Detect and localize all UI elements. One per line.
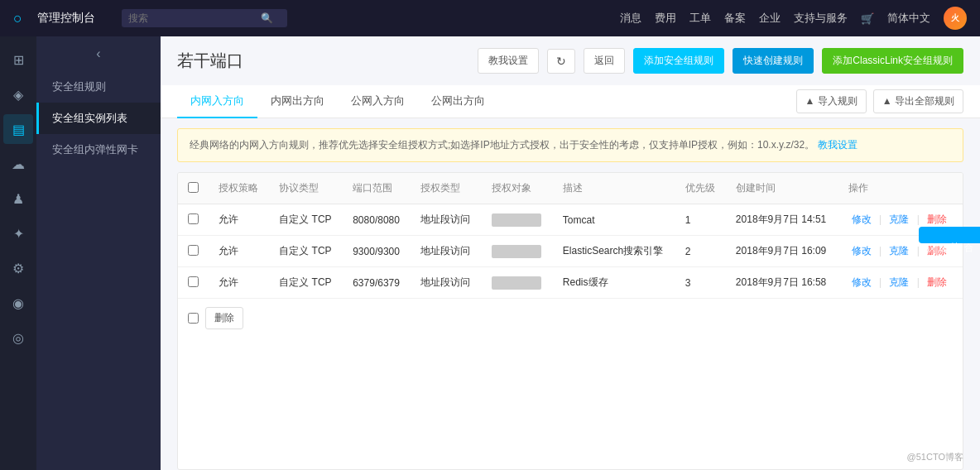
nav-enterprise[interactable]: 企业 bbox=[759, 11, 781, 26]
row-auth-obj-2 bbox=[482, 267, 553, 299]
refresh-button[interactable]: ↻ bbox=[547, 49, 575, 74]
main-layout: ⊞ ◈ ▤ ☁ ♟ ✦ ⚙ ◉ ◎ ‹ 安全组规则 安全组实例列表 安全组内弹性… bbox=[0, 36, 980, 470]
modify-link-2[interactable]: 修改 bbox=[852, 276, 872, 288]
row-protocol-1: 自定义 TCP bbox=[269, 236, 343, 267]
table-row: 允许 自定义 TCP 6379/6379 地址段访问 Redis缓存 3 201… bbox=[178, 267, 963, 299]
footer-select-checkbox[interactable] bbox=[188, 313, 199, 324]
sidebar-icon-tools[interactable]: ✦ bbox=[3, 218, 33, 248]
delete-link-1[interactable]: 删除 bbox=[927, 245, 947, 257]
back-button[interactable]: 返回 bbox=[584, 48, 625, 74]
tab-public-outbound[interactable]: 公网出方向 bbox=[418, 85, 498, 118]
quick-create-button[interactable]: 快速创建规则 bbox=[733, 48, 814, 74]
row-checkbox-cell-2 bbox=[178, 267, 209, 299]
search-icon: 🔍 bbox=[261, 12, 273, 24]
sidebar-icon-network[interactable]: ☁ bbox=[3, 149, 33, 179]
header-checkbox-cell bbox=[178, 173, 209, 204]
row-protocol-0: 自定义 TCP bbox=[269, 204, 343, 236]
row-checkbox-1[interactable] bbox=[188, 245, 199, 256]
tab-inbound[interactable]: 内网入方向 bbox=[177, 85, 257, 118]
sidebar-item-elastic-nic[interactable]: 安全组内弹性网卡 bbox=[36, 134, 161, 165]
nav-cost[interactable]: 费用 bbox=[655, 11, 676, 26]
content-area: 若干端口 教我设置 ↻ 返回 添加安全组规则 快速创建规则 添加ClassicL… bbox=[161, 36, 980, 470]
add-rule-button[interactable]: 添加安全组规则 bbox=[633, 48, 724, 74]
row-protocol-2: 自定义 TCP bbox=[269, 267, 343, 299]
attribution: @51CTO博客 bbox=[907, 451, 963, 463]
modify-link-1[interactable]: 修改 bbox=[852, 245, 872, 257]
row-desc-0: Tomcat bbox=[553, 204, 675, 236]
row-create-time-0: 2018年9月7日 14:51 bbox=[726, 204, 838, 236]
sidebar-icon-cloud[interactable]: ◈ bbox=[3, 79, 33, 109]
col-auth-obj: 授权对象 bbox=[482, 173, 553, 204]
tabs-row: 内网入方向 内网出方向 公网入方向 公网出方向 ▲ 导入规则 ▲ 导出全部规则 bbox=[161, 85, 980, 118]
row-auth-obj-0 bbox=[482, 204, 553, 236]
import-rules-button[interactable]: ▲ 导入规则 bbox=[796, 89, 867, 113]
add-classic-button[interactable]: 添加ClassicLink安全组规则 bbox=[822, 48, 963, 74]
nav-record[interactable]: 备案 bbox=[724, 11, 746, 26]
tabs-right: ▲ 导入规则 ▲ 导出全部规则 bbox=[796, 89, 963, 113]
row-port-2: 6379/6379 bbox=[343, 267, 411, 299]
clone-link-2[interactable]: 克隆 bbox=[889, 276, 909, 288]
rules-table: 授权策略 协议类型 端口范围 授权类型 授权对象 描述 优先级 创建时间 操作 bbox=[178, 173, 963, 299]
tab-outbound[interactable]: 内网出方向 bbox=[257, 85, 338, 118]
settings-button[interactable]: 教我设置 bbox=[478, 48, 539, 74]
nav-links: 消息 费用 工单 备案 企业 支持与服务 🛒 简体中文 火 bbox=[620, 7, 967, 30]
row-strategy-0: 允许 bbox=[209, 204, 269, 236]
sidebar-icon-apps[interactable]: ⊞ bbox=[3, 45, 33, 74]
col-action: 操作 bbox=[838, 173, 963, 204]
col-protocol: 协议类型 bbox=[269, 173, 343, 204]
col-priority: 优先级 bbox=[675, 173, 726, 204]
row-desc-1: ElasticSearch搜索引擎 bbox=[553, 236, 675, 267]
row-checkbox-cell-1 bbox=[178, 236, 209, 267]
sidebar-icon-settings[interactable]: ⚙ bbox=[3, 253, 33, 283]
tab-public-inbound[interactable]: 公网入方向 bbox=[338, 85, 418, 118]
clone-link-0[interactable]: 克隆 bbox=[889, 213, 909, 225]
sidebar-icon-storage[interactable]: ♟ bbox=[3, 184, 33, 213]
row-checkbox-0[interactable] bbox=[188, 213, 199, 224]
col-port: 端口范围 bbox=[343, 173, 411, 204]
sidebar-icon-extra[interactable]: ◎ bbox=[3, 323, 33, 352]
logo-icon: ○ bbox=[13, 10, 22, 27]
page-header: 若干端口 教我设置 ↻ 返回 添加安全组规则 快速创建规则 添加ClassicL… bbox=[161, 36, 980, 85]
row-auth-type-2: 地址段访问 bbox=[411, 267, 482, 299]
app-title: 管理控制台 bbox=[37, 11, 95, 26]
table-row: 允许 自定义 TCP 8080/8080 地址段访问 Tomcat 1 2018… bbox=[178, 204, 963, 236]
page-title: 若干端口 bbox=[177, 50, 243, 72]
export-rules-button[interactable]: ▲ 导出全部规则 bbox=[873, 89, 963, 113]
nav-lang[interactable]: 简体中文 bbox=[887, 11, 930, 26]
modify-link-0[interactable]: 修改 bbox=[852, 213, 872, 225]
row-priority-1: 2 bbox=[675, 236, 726, 267]
search-input[interactable] bbox=[128, 12, 261, 24]
sidebar-item-instance-list[interactable]: 安全组实例列表 bbox=[36, 103, 161, 134]
notice-text: 经典网络的内网入方向规则，推荐优先选择安全组授权方式;如选择IP地址方式授权，出… bbox=[190, 139, 814, 151]
sidebar-item-security-rules[interactable]: 安全组规则 bbox=[36, 71, 161, 103]
row-priority-2: 3 bbox=[675, 267, 726, 299]
row-auth-type-1: 地址段访问 bbox=[411, 236, 482, 267]
search-bar[interactable]: 🔍 bbox=[122, 9, 287, 27]
notice-bar: 经典网络的内网入方向规则，推荐优先选择安全组授权方式;如选择IP地址方式授权，出… bbox=[177, 128, 963, 162]
row-checkbox-2[interactable] bbox=[188, 276, 199, 287]
table-row: 允许 自定义 TCP 9300/9300 地址段访问 ElasticSearch… bbox=[178, 236, 963, 267]
col-desc: 描述 bbox=[553, 173, 675, 204]
sidebar-back-button[interactable]: ‹ bbox=[36, 36, 161, 71]
nav-support[interactable]: 支持与服务 bbox=[794, 11, 848, 26]
right-float-panel[interactable]: 合询建议 bbox=[919, 227, 980, 243]
notice-link[interactable]: 教我设置 bbox=[818, 139, 858, 151]
select-all-checkbox[interactable] bbox=[188, 182, 199, 193]
row-port-0: 8080/8080 bbox=[343, 204, 411, 236]
row-create-time-1: 2018年9月7日 16:09 bbox=[726, 236, 838, 267]
nav-messages[interactable]: 消息 bbox=[620, 11, 641, 26]
col-strategy: 授权策略 bbox=[209, 173, 269, 204]
clone-link-1[interactable]: 克隆 bbox=[889, 245, 909, 257]
row-priority-0: 1 bbox=[675, 204, 726, 236]
row-checkbox-cell-0 bbox=[178, 204, 209, 236]
bulk-delete-button[interactable]: 删除 bbox=[205, 307, 243, 329]
user-avatar[interactable]: 火 bbox=[944, 7, 967, 30]
row-port-1: 9300/9300 bbox=[343, 236, 411, 267]
delete-link-2[interactable]: 删除 bbox=[927, 276, 947, 288]
sidebar-icon-monitor[interactable]: ◉ bbox=[3, 288, 33, 318]
cart-icon[interactable]: 🛒 bbox=[861, 12, 874, 25]
sidebar-icon-security[interactable]: ▤ bbox=[3, 114, 33, 144]
nav-ticket[interactable]: 工单 bbox=[689, 11, 711, 26]
delete-link-0[interactable]: 删除 bbox=[927, 213, 947, 225]
row-actions-2: 修改 | 克隆 | 删除 bbox=[838, 267, 963, 299]
